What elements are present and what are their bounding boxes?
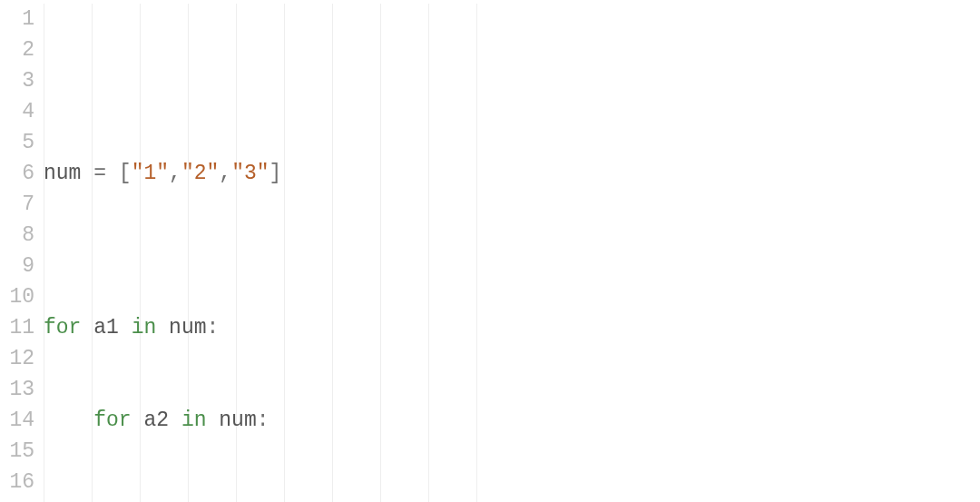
line-number: 9 [0,251,34,281]
line-number: 3 [0,65,34,96]
line-number: 16 [0,467,34,497]
line-number: 13 [0,374,34,405]
line-number: 11 [0,312,34,343]
line-number: 12 [0,343,34,374]
line-number: 7 [0,189,34,220]
code-line: for a3 in num: [44,497,980,502]
code-editor: 1 2 3 4 5 6 7 8 9 10 11 12 13 14 15 16 n… [0,0,980,502]
line-number: 4 [0,96,34,127]
code-line: num = ["1","2","3"] [44,158,980,189]
code-line: for a1 in num: [44,312,980,343]
line-number-gutter: 1 2 3 4 5 6 7 8 9 10 11 12 13 14 15 16 [0,4,44,502]
line-number: 5 [0,127,34,158]
line-number: 15 [0,436,34,467]
line-number: 2 [0,34,34,65]
line-number: 10 [0,281,34,312]
line-number: 14 [0,405,34,436]
code-area: num = ["1","2","3"] for a1 in num: for a… [44,4,980,502]
line-number: 6 [0,158,34,189]
line-number: 1 [0,4,34,34]
code-line: for a2 in num: [44,405,980,436]
line-number: 8 [0,220,34,251]
